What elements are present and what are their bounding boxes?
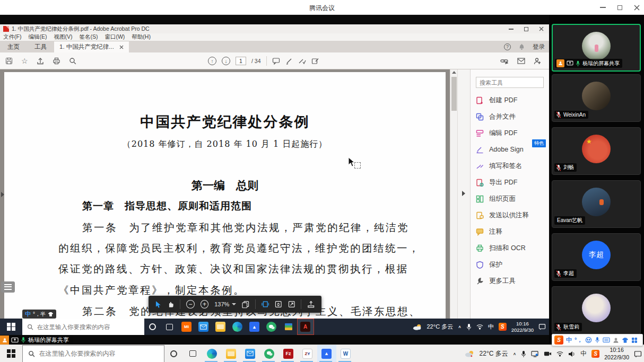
scrollbar-thumb[interactable] — [451, 77, 457, 111]
wifi-icon[interactable] — [556, 351, 563, 357]
tool-create-pdf[interactable]: 创建 PDF — [476, 94, 517, 107]
sogou-keyboard-icon[interactable] — [603, 337, 610, 343]
document-area[interactable]: 中国共产党纪律处分条例 （2018 年修订，自 2018 年 10 月 1 日起… — [0, 69, 450, 319]
participant-tile[interactable]: WeixinAn — [552, 74, 641, 122]
scroll-up-icon[interactable] — [452, 71, 456, 74]
taskbar-app-explorer[interactable] — [222, 345, 241, 362]
vertical-scrollbar[interactable] — [450, 69, 457, 319]
highlight-pen-icon[interactable] — [285, 57, 293, 65]
left-panel-expand-icon[interactable] — [1, 192, 4, 197]
sogou-skin-icon[interactable] — [622, 337, 629, 343]
tool-adobe-sign[interactable]: Adobe Sign — [476, 143, 524, 156]
weather-text[interactable]: 22°C 多云 — [427, 323, 454, 331]
zoom-in-icon[interactable]: + — [201, 300, 209, 308]
help-icon[interactable]: ? — [504, 43, 511, 50]
participant-tile-sharer[interactable]: 杨瑞的屏幕共享 — [552, 24, 641, 72]
search-icon[interactable] — [69, 57, 76, 65]
cortana-button[interactable] — [144, 319, 161, 335]
tool-more-tools[interactable]: 更多工具 — [476, 275, 516, 287]
tools-search-input[interactable] — [476, 77, 544, 88]
screen-cast-icon[interactable] — [531, 350, 539, 357]
fit-page-icon[interactable] — [275, 301, 282, 308]
panel-collapse-strip[interactable] — [457, 69, 470, 319]
print-icon[interactable] — [53, 57, 60, 65]
tool-scan-ocr[interactable]: 扫描和 OCR — [476, 242, 526, 254]
task-view-button[interactable] — [161, 319, 178, 335]
taskbar-app-meeting[interactable]: ▲ — [246, 319, 263, 335]
taskbar-app-word[interactable]: W — [336, 345, 355, 362]
participant-tile[interactable]: 刘畅 — [552, 127, 641, 175]
tray-expand-icon[interactable]: ∧ — [458, 325, 462, 329]
host-taskbar-search[interactable] — [22, 345, 164, 362]
taskbar-app-acrobat-active[interactable]: A — [297, 319, 314, 335]
menu-help[interactable]: 帮助(H) — [132, 33, 151, 41]
page-number-input[interactable] — [236, 57, 246, 65]
notification-bell-icon[interactable] — [518, 43, 525, 50]
taskbar-app-edge[interactable] — [203, 345, 222, 362]
sogou-account-icon[interactable] — [613, 337, 619, 343]
microphone-tray-icon[interactable] — [466, 323, 472, 331]
taskbar-app-wechat[interactable] — [263, 319, 280, 335]
tool-fill-sign[interactable]: 填写和签名 — [476, 160, 523, 172]
taskbar-app-zy[interactable]: ZY — [298, 345, 317, 362]
tool-export-pdf[interactable]: 导出 PDF — [476, 176, 517, 189]
tool-comment[interactable]: 注释 — [476, 225, 502, 238]
tool-organize-pages[interactable]: 组织页面 — [476, 192, 516, 205]
participant-tile[interactable]: 耿雪莉 — [552, 286, 641, 334]
host-search-input[interactable] — [39, 350, 151, 357]
select-tool-icon[interactable] — [155, 301, 162, 308]
start-button-icon[interactable] — [7, 349, 15, 358]
cortana-button[interactable] — [164, 345, 184, 362]
sogou-status-pill[interactable]: 中 °，半 — [22, 310, 56, 319]
menu-view[interactable]: 视图(V) — [54, 33, 72, 41]
tray-expand-icon[interactable]: ∧ — [513, 352, 517, 356]
send-link-icon[interactable] — [500, 57, 509, 65]
clock[interactable]: 10:162022/9/30 — [511, 321, 534, 333]
annotation-panel-handle[interactable] — [1, 281, 15, 293]
tab-close-icon[interactable] — [119, 45, 124, 49]
tab-document[interactable]: 1. 中国共产党纪律... — [54, 41, 129, 52]
collapse-arrow-icon[interactable] — [462, 191, 465, 196]
taskbar-app-meeting-active[interactable]: ▲ — [317, 345, 336, 362]
sogou-tray-icon[interactable]: S — [591, 350, 599, 358]
clock[interactable]: 10:162022/9/30 — [604, 347, 629, 360]
action-center-icon[interactable] — [538, 323, 546, 330]
show-toolbar-icon[interactable] — [307, 301, 315, 308]
tool-send-for-comments[interactable]: 发送以供注释 — [476, 209, 529, 222]
sogou-voice-icon[interactable] — [595, 337, 600, 343]
close-icon[interactable] — [634, 5, 640, 11]
tool-combine-files[interactable]: 合并文件 — [476, 110, 516, 123]
acrobat-minimize-icon[interactable] — [509, 29, 514, 30]
add-person-icon[interactable] — [534, 57, 542, 65]
shared-taskbar-search[interactable] — [22, 319, 144, 335]
hand-tool-icon[interactable] — [168, 301, 175, 308]
fullscreen-icon[interactable] — [288, 301, 295, 308]
taskbar-app-xiaomi[interactable]: MI — [178, 319, 195, 335]
menu-file[interactable]: 文件(F) — [3, 33, 21, 41]
minimize-icon[interactable] — [600, 7, 606, 8]
sogou-logo-icon[interactable]: S — [554, 335, 563, 345]
maximize-icon[interactable] — [617, 5, 622, 10]
tool-protect[interactable]: 保护 — [476, 258, 502, 271]
participant-tile[interactable]: Eavan艺帆 — [552, 180, 641, 228]
menu-edit[interactable]: 编辑(E) — [28, 33, 47, 41]
action-center-icon[interactable] — [634, 350, 642, 358]
acrobat-close-icon[interactable] — [539, 27, 544, 31]
zoom-level-dropdown[interactable]: 137% — [214, 301, 236, 307]
save-icon[interactable] — [5, 57, 13, 65]
sogou-emoji-icon[interactable] — [585, 337, 592, 343]
weather-icon[interactable] — [465, 350, 475, 357]
login-button[interactable]: 登录 — [533, 43, 545, 51]
zoom-out-icon[interactable]: − — [186, 300, 195, 308]
previous-page-icon[interactable]: ↑ — [208, 57, 216, 65]
camera-icon[interactable] — [544, 351, 552, 357]
fill-sign-icon[interactable] — [298, 57, 306, 65]
taskbar-app-books[interactable] — [280, 319, 297, 335]
scrolling-mode-icon[interactable] — [262, 301, 269, 308]
shared-search-input[interactable] — [37, 324, 133, 330]
start-button-icon[interactable] — [7, 323, 15, 331]
tool-edit-pdf[interactable]: 编辑 PDF — [476, 127, 517, 139]
wifi-icon[interactable] — [476, 324, 483, 330]
menu-sign[interactable]: 签名(S) — [79, 33, 98, 41]
email-icon[interactable] — [517, 58, 525, 64]
